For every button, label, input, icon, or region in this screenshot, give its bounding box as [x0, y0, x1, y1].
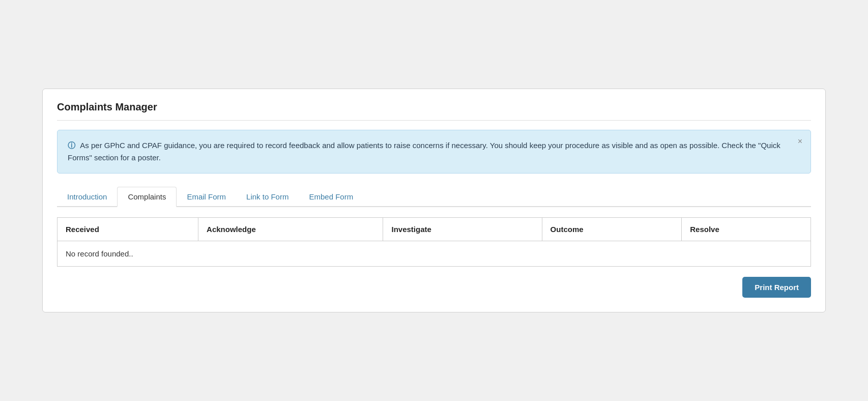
tab-email-form[interactable]: Email Form — [177, 187, 236, 207]
table-empty-message: No record founded.. — [57, 241, 811, 267]
col-investigate: Investigate — [383, 218, 542, 241]
page-title: Complaints Manager — [57, 101, 811, 121]
tab-introduction[interactable]: Introduction — [57, 187, 117, 207]
col-received: Received — [57, 218, 198, 241]
tabs-container: Introduction Complaints Email Form Link … — [57, 186, 811, 207]
col-resolve: Resolve — [682, 218, 811, 241]
complaints-manager-card: Complaints Manager ⓘ As per GPhC and CPA… — [42, 89, 826, 312]
col-acknowledge: Acknowledge — [198, 218, 383, 241]
tab-embed-form[interactable]: Embed Form — [299, 187, 363, 207]
table-empty-row: No record founded.. — [57, 241, 811, 267]
info-icon: ⓘ — [68, 141, 75, 150]
col-outcome: Outcome — [542, 218, 682, 241]
complaints-table: Received Acknowledge Investigate Outcome… — [57, 217, 811, 267]
close-banner-button[interactable]: × — [798, 137, 802, 146]
print-report-button[interactable]: Print Report — [742, 277, 811, 298]
footer: Print Report — [57, 277, 811, 298]
info-banner: ⓘ As per GPhC and CPAF guidance, you are… — [57, 130, 811, 174]
tab-complaints[interactable]: Complaints — [117, 187, 177, 207]
table-header-row: Received Acknowledge Investigate Outcome… — [57, 218, 811, 241]
info-banner-text: As per GPhC and CPAF guidance, you are r… — [68, 141, 780, 162]
tab-link-to-form[interactable]: Link to Form — [236, 187, 299, 207]
